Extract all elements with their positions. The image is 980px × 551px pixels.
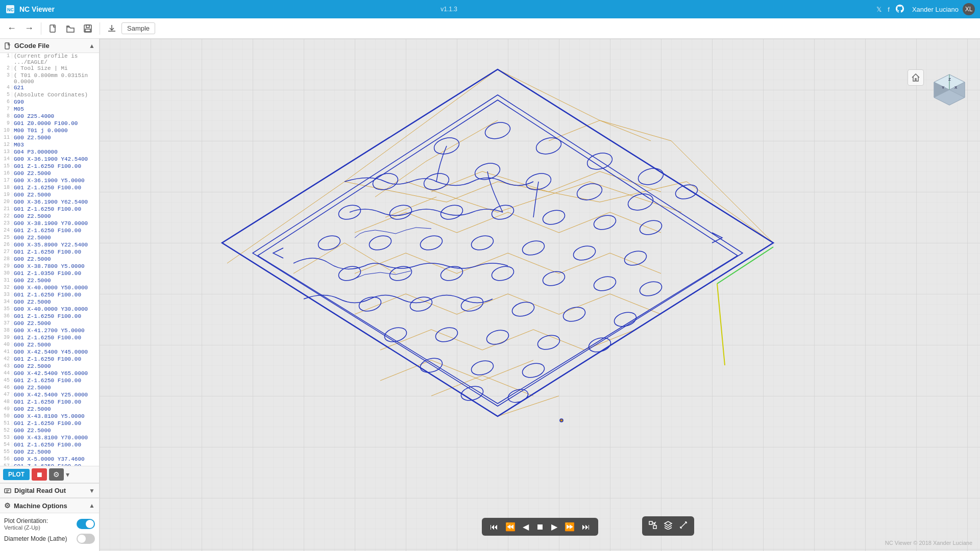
layers-button[interactable]	[662, 519, 675, 533]
table-row: 15G01 Z-1.6250 F100.00	[0, 163, 99, 170]
github-icon[interactable]	[896, 5, 904, 14]
open-button[interactable]	[63, 22, 78, 35]
svg-text:Y: Y	[942, 85, 945, 90]
table-row: 2( Tool Size | Mi	[0, 65, 99, 72]
svg-text:X: X	[954, 85, 958, 90]
table-row: 42G01 Z-1.6250 F100.00	[0, 356, 99, 363]
playback-controls: ⏮ ⏪ ◀ ⏹ ▶ ⏩ ⏭	[482, 518, 598, 536]
table-row: 3( T01 0.800mm 0.0315in 0.0000	[0, 72, 99, 85]
gcode-collapse-icon[interactable]: ▲	[89, 42, 95, 49]
mo-collapse-icon[interactable]: ▲	[89, 502, 95, 509]
stop-button[interactable]: ⏹	[534, 521, 546, 533]
download-button[interactable]	[104, 22, 119, 35]
svg-rect-7	[5, 489, 11, 493]
table-row: 13G04 P3.000000	[0, 149, 99, 156]
username: Xander Luciano	[912, 6, 959, 13]
step-back-button[interactable]: ⏪	[503, 521, 518, 533]
table-row: 24G01 Z-1.6250 F100.00	[0, 228, 99, 235]
table-row: 47G00 X-42.5400 Y25.0000	[0, 392, 99, 399]
home-button[interactable]	[908, 69, 924, 86]
dro-collapse-icon[interactable]: ▼	[89, 487, 95, 494]
diameter-label: Diameter Mode (Lathe)	[4, 535, 67, 542]
viewport[interactable]: X Y Z NC Viewer © 2018 Xander Luciane ⏮ …	[100, 39, 980, 551]
measure-icon	[679, 520, 688, 530]
table-row: 11G00 Z2.5000	[0, 135, 99, 142]
table-row: 32G00 X-40.0000 Y50.0000	[0, 285, 99, 292]
table-row: 35G00 X-40.0000 Y30.0000	[0, 306, 99, 313]
home-icon	[911, 72, 921, 83]
toolbar: ← → Sample	[0, 18, 980, 39]
table-row: 30G01 Z-1.0350 F100.00	[0, 270, 99, 278]
stop-button[interactable]: ⏹	[32, 468, 47, 481]
measure-button[interactable]	[677, 519, 690, 533]
back-button[interactable]: ←	[4, 21, 19, 36]
cube-indicator[interactable]: X Y Z	[929, 69, 970, 110]
table-row: 44G00 X-42.5400 Y65.0000	[0, 370, 99, 378]
table-row: 34G00 Z2.5000	[0, 299, 99, 306]
table-row: 37G00 Z2.5000	[0, 320, 99, 328]
new-button[interactable]	[45, 22, 61, 35]
table-row: 53G00 X-43.8100 Y70.0000	[0, 435, 99, 442]
app-icon: NC	[5, 4, 15, 14]
table-row: 8G00 Z25.4000	[0, 113, 99, 120]
gcode-file-header[interactable]: GCode File ▲	[0, 39, 99, 53]
table-row: 51G01 Z-1.6250 F100.00	[0, 420, 99, 428]
dro-icon	[4, 487, 11, 494]
step-forward-button[interactable]: ⏩	[562, 521, 577, 533]
save-button[interactable]	[80, 22, 95, 35]
table-row: 18G01 Z-1.6250 F100.00	[0, 185, 99, 192]
app-version: v1.1.3	[440, 6, 457, 13]
table-row: 6G90	[0, 99, 99, 106]
main-content: GCode File ▲ 1(Current profile is .../EA…	[0, 39, 980, 551]
play-forward-button[interactable]: ▶	[549, 521, 559, 533]
svg-rect-6	[5, 43, 9, 49]
svg-rect-129	[653, 525, 656, 529]
zoom-fit-button[interactable]	[646, 519, 659, 533]
option-orientation-label: Plot Orientation: Vertical (Z-Up)	[4, 517, 48, 531]
plot-button[interactable]: PLOT	[3, 469, 30, 480]
svg-point-117	[560, 419, 563, 422]
sample-button[interactable]: Sample	[121, 22, 155, 34]
dro-section: Digital Read Out ▼	[0, 483, 99, 498]
table-row: 10M00 T01 j 0.0000	[0, 128, 99, 135]
orientation-cube: X Y Z	[929, 69, 970, 110]
dro-header[interactable]: Digital Read Out ▼	[0, 484, 99, 498]
plot-settings-button[interactable]: ⚙	[49, 468, 64, 481]
plot-chevron-button[interactable]: ▾	[66, 470, 69, 479]
table-row: 14G00 X-36.1900 Y42.5400	[0, 156, 99, 163]
table-row: 55G00 Z2.5000	[0, 449, 99, 456]
titlebar: NC NC Viewer v1.1.3 𝕏 f Xander Luciano X…	[0, 0, 980, 18]
facebook-icon[interactable]: f	[888, 6, 890, 13]
table-row: 17G00 X-36.1900 Y5.0000	[0, 178, 99, 185]
table-row: 38G00 X-41.2700 Y5.0000	[0, 328, 99, 335]
table-row: 19G00 Z2.5000	[0, 192, 99, 199]
forward-button[interactable]: →	[21, 21, 37, 36]
toolbar-separator-2	[100, 22, 100, 35]
mo-header[interactable]: ⚙ Machine Options ▲	[0, 498, 99, 513]
mo-section-title: ⚙ Machine Options	[4, 502, 67, 510]
gcode-content[interactable]: 1(Current profile is .../EAGLE/ 2( Tool …	[0, 53, 99, 466]
svg-text:NC: NC	[7, 7, 14, 12]
gear-icon: ⚙	[4, 502, 11, 510]
orientation-sublabel: Vertical (Z-Up)	[4, 524, 48, 531]
toggle-knob-2	[78, 535, 86, 543]
mo-title: Machine Options	[14, 502, 67, 510]
app-title: NC Viewer	[19, 5, 438, 13]
table-row: 56G00 X-5.0000 Y37.4600	[0, 456, 99, 463]
watermark: NC Viewer © 2018 Xander Luciane	[885, 540, 972, 546]
play-back-button[interactable]: ◀	[521, 521, 531, 533]
svg-line-130	[680, 522, 687, 528]
twitter-icon[interactable]: 𝕏	[876, 6, 881, 13]
diameter-mode-toggle[interactable]	[77, 534, 95, 544]
skip-to-start-button[interactable]: ⏮	[488, 521, 500, 533]
table-row: 43G00 Z2.5000	[0, 363, 99, 370]
zoom-fit-icon	[648, 520, 657, 530]
table-row: 41G00 X-42.5400 Y45.0000	[0, 349, 99, 356]
user-avatar: XL	[963, 3, 975, 15]
table-row: 28G00 Z2.5000	[0, 256, 99, 263]
plot-orientation-toggle[interactable]	[77, 519, 95, 529]
skip-to-end-button[interactable]: ⏭	[580, 521, 592, 533]
table-row: 9G01 Z0.0000 F100.00	[0, 120, 99, 128]
table-row: 52G00 Z2.5000	[0, 428, 99, 435]
svg-rect-9	[100, 39, 980, 551]
